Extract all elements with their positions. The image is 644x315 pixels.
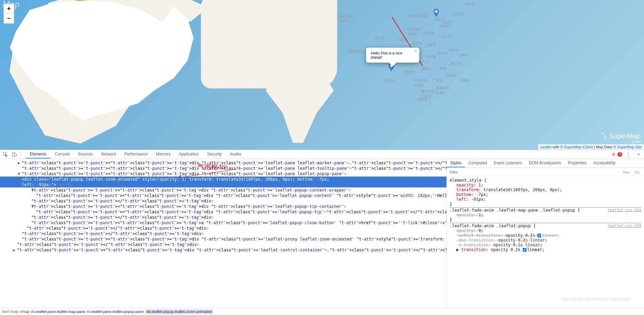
province-label: 湖南省: [421, 66, 431, 71]
elements-panel[interactable]: 气泡框div ▶"t-attr">class"t-punct">="t-punc…: [0, 159, 446, 308]
dom-node[interactable]: ▶"t-attr">class"t-punct">="t-punct"><"t-…: [0, 247, 446, 253]
province-label: 澳门特别行政区: [421, 89, 435, 99]
side-tab-dom-breakpoints[interactable]: DOM Breakpoints: [525, 159, 565, 167]
tab-elements[interactable]: Elements: [26, 150, 51, 159]
province-label: 湖北省: [426, 54, 436, 59]
error-count[interactable]: 1: [617, 152, 622, 157]
dom-node-selected[interactable]: ▼<div class="leaflet-popup leaflet-zoom-…: [0, 177, 446, 187]
iclient-link[interactable]: SuperMap iClient: [564, 145, 593, 149]
dom-node[interactable]: "t-attr">class"t-punct">="t-punct"><"t-a…: [0, 193, 446, 198]
province-label: 内蒙古自治区: [408, 14, 428, 18]
province-label: 福建省: [446, 73, 456, 78]
breadcrumb-item[interactable]: html: [2, 310, 9, 314]
province-label: 北京市: [434, 17, 444, 22]
province-label: 河北省: [439, 24, 450, 29]
styles-body[interactable]: element.style {opacity: 1;transform: tra…: [447, 177, 644, 308]
dom-node[interactable]: "t-attr">class"t-punct">="t-punct"></"t-…: [0, 198, 446, 204]
province-label: 江苏省: [449, 48, 459, 52]
province-label: 云南省: [385, 78, 395, 83]
dom-node[interactable]: ▼"t-attr">class"t-punct">="t-punct"><"t-…: [0, 204, 446, 209]
tab-network[interactable]: Network: [97, 150, 120, 159]
side-tab-accessibility[interactable]: Accessibility: [590, 159, 619, 167]
dom-node[interactable]: "t-attr">class"t-punct">="t-punct"></"t-…: [0, 242, 446, 247]
watermark: https://blog.csdn.net/supermapsupport: [561, 297, 630, 301]
attribution: Leaflet with © SuperMap iClient | Map Da…: [538, 144, 644, 150]
dom-node[interactable]: "t-attr">class"t-punct">="t-punct"><"t-a…: [0, 220, 446, 226]
province-label: 贵州省: [404, 70, 414, 74]
device-icon[interactable]: [10, 151, 18, 158]
tab-audits[interactable]: Audits: [226, 150, 245, 159]
svg-rect-4: [14, 154, 16, 156]
province-label: 山西省: [424, 31, 434, 35]
map-viewport[interactable]: Map 新疆维吾尔自治区青海省西藏自治区甘肃省宁夏回族自治区内蒙古自治区陕西省山…: [0, 0, 644, 150]
popup-content: Hello,This is a nice popup!: [371, 51, 402, 59]
marker-beijing[interactable]: [433, 8, 439, 18]
svg-point-0: [435, 10, 438, 13]
side-tab-event-listeners[interactable]: Event Listeners: [490, 159, 525, 167]
zoom-out-button[interactable]: −: [4, 14, 14, 23]
breadcrumb-item[interactable]: div.leaflet-popup.leaflet-zoom-animated: [145, 309, 213, 314]
popup-close-button[interactable]: ×: [414, 48, 417, 54]
dom-node[interactable]: "t-attr">class"t-punct">="t-punct"><"t-a…: [0, 236, 446, 242]
province-label: 新疆维吾尔自治区: [339, 14, 356, 23]
tab-memory[interactable]: Memory: [152, 150, 175, 159]
tab-sources[interactable]: Sources: [74, 150, 97, 159]
dom-node[interactable]: "t-attr">class"t-punct">="t-punct"></"t-…: [0, 226, 446, 231]
province-label: 西藏自治区: [347, 49, 364, 54]
dom-node[interactable]: "t-attr">class"t-punct">="t-punct"></"t-…: [0, 215, 446, 220]
tab-performance[interactable]: Performance: [120, 150, 152, 159]
inspect-icon[interactable]: [1, 151, 10, 158]
close-devtools-icon[interactable]: ×: [634, 151, 643, 158]
map-popup: Hello,This is a nice popup! ×: [366, 48, 419, 63]
province-label: 广西壮族自治区: [414, 78, 427, 88]
dom-node[interactable]: "t-attr">class"t-punct">="t-punct"></"t-…: [0, 231, 446, 236]
filter-input[interactable]: [450, 170, 621, 174]
province-label: 辽宁省: [453, 12, 463, 17]
dom-node[interactable]: "t-attr">class"t-punct">="t-punct"><"t-a…: [0, 166, 446, 171]
tab-console[interactable]: Console: [51, 150, 74, 159]
province-label: 安徽省: [438, 51, 448, 56]
province-label: 浙江省: [450, 61, 460, 66]
cls-toggle[interactable]: .cls: [632, 170, 642, 174]
province-label: 天津市: [443, 20, 453, 25]
land-india: [266, 68, 334, 143]
province-label: 青海省: [375, 36, 385, 40]
more-icon[interactable]: ⋮: [624, 151, 632, 158]
hov-toggle[interactable]: :hov: [621, 170, 632, 174]
tab-application[interactable]: Application: [175, 150, 203, 159]
province-label: 陕西省: [412, 41, 422, 46]
devtools-toolbar: ElementsConsoleSourcesNetworkPerformance…: [0, 150, 644, 159]
province-label: 上海市: [458, 53, 468, 57]
side-tab-computed[interactable]: Computed: [465, 159, 490, 167]
province-label: 香港特别行政区: [436, 86, 450, 95]
province-label: 台湾省: [460, 78, 470, 83]
province-label: 吉林省: [465, 2, 475, 6]
styles-panel: StylesComputedEvent ListenersDOM Breakpo…: [446, 159, 644, 308]
province-label: 海南省: [417, 97, 427, 102]
breadcrumb-item[interactable]: div.leaflet-pane.leaflet-map-pane: [31, 310, 85, 314]
province-label: 广东省: [433, 78, 443, 83]
breadcrumb-item[interactable]: #map: [20, 310, 30, 314]
dom-node[interactable]: "t-attr">class"t-punct">="t-punct"><"t-a…: [0, 209, 446, 215]
breadcrumb-item[interactable]: body: [11, 310, 19, 314]
zoom-in-button[interactable]: +: [4, 4, 14, 14]
side-tab-styles[interactable]: Styles: [447, 159, 465, 167]
side-tab-properties[interactable]: Properties: [564, 159, 590, 167]
province-label: 宁夏回族自治区: [407, 27, 421, 37]
province-label: 山东省: [441, 34, 451, 39]
supermap-logo: 〽 SuperMap iClien: [600, 132, 641, 144]
dom-node[interactable]: ▼"t-attr">class"t-punct">="t-punct"><"t-…: [0, 187, 446, 193]
dom-node[interactable]: ▶"t-attr">class"t-punct">="t-punct"><"t-…: [0, 160, 446, 166]
province-label: 江西省: [437, 66, 447, 71]
breadcrumb[interactable]: htmlbody#mapdiv.leaflet-pane.leaflet-map…: [0, 308, 644, 315]
zoom-control: + −: [3, 3, 14, 24]
dom-node[interactable]: ▼"t-attr">class"t-punct">="t-punct"><"t-…: [0, 171, 446, 177]
province-label: 河南省: [426, 43, 436, 47]
leaflet-link[interactable]: Leaflet: [540, 145, 551, 149]
breadcrumb-item[interactable]: div.leaflet-pane.leaflet-popup-pane: [87, 310, 144, 314]
devtools: ElementsConsoleSourcesNetworkPerformance…: [0, 150, 644, 315]
iserver-link[interactable]: SuperMap iSer: [617, 145, 642, 149]
tab-security[interactable]: Security: [203, 150, 226, 159]
